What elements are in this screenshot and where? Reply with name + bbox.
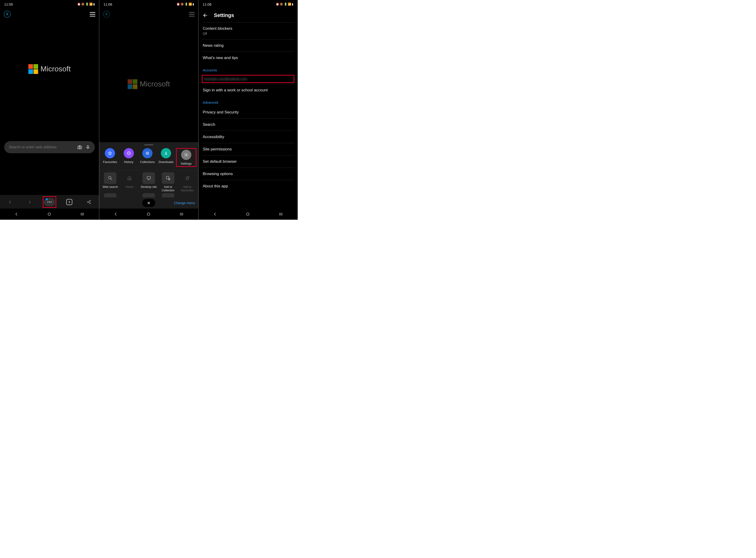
sys-recents-icon[interactable] xyxy=(179,212,184,217)
grid-peek-2 xyxy=(123,193,136,197)
row-privacy[interactable]: Privacy and Security xyxy=(202,106,294,119)
row-accessibility[interactable]: Accessibility xyxy=(202,131,294,143)
close-menu-button[interactable] xyxy=(142,199,155,207)
clock: 11:05 xyxy=(4,2,13,6)
row-browsing-options[interactable]: Browsing options xyxy=(202,168,294,180)
settings-highlight: Settings xyxy=(176,148,197,167)
microsoft-logo-icon xyxy=(28,64,38,74)
page-title: Settings xyxy=(214,12,234,18)
sys-back-icon[interactable] xyxy=(213,212,217,217)
svg-rect-18 xyxy=(246,213,249,215)
row-site-permissions[interactable]: Site permissions xyxy=(202,143,294,155)
search-bar[interactable] xyxy=(4,141,95,153)
settings-header: Settings xyxy=(199,8,297,22)
hamburger-icon[interactable] xyxy=(189,12,194,17)
system-nav xyxy=(0,208,99,220)
home-icon xyxy=(123,172,136,184)
row-work-signin[interactable]: Sign in with a work or school account xyxy=(202,84,294,96)
row-account-highlight[interactable]: example.user@outlook.com xyxy=(202,75,294,83)
desktop-icon xyxy=(142,172,155,184)
hamburger-icon[interactable] xyxy=(90,12,95,17)
mic-icon[interactable] xyxy=(85,145,90,150)
grid-add-collection[interactable]: Add to Collection xyxy=(159,172,177,193)
svg-point-1 xyxy=(79,147,80,148)
section-advanced: Advanced xyxy=(202,96,294,106)
share-button[interactable] xyxy=(83,197,95,207)
status-icons: ⏰ 🔕 🔋 📶 ▮ xyxy=(276,3,293,6)
sheet-drag-handle[interactable] xyxy=(144,144,153,145)
add-collection-icon xyxy=(162,172,174,184)
sys-recents-icon[interactable] xyxy=(80,212,85,217)
sys-back-icon[interactable] xyxy=(113,212,118,217)
status-icons: ⏰ 🔕 🔋 📶 ▮ xyxy=(77,3,95,6)
microsoft-wordmark: Microsoft xyxy=(41,65,71,73)
status-icons: ⏰ 🔕 🔋 📶 ▮ xyxy=(177,3,194,6)
sys-home-icon[interactable] xyxy=(146,212,151,217)
svg-point-13 xyxy=(109,176,111,179)
sys-home-icon[interactable] xyxy=(245,212,250,217)
quick-favourites[interactable]: Favourites xyxy=(101,148,119,167)
grid-peek-3 xyxy=(142,193,155,197)
change-menu-link[interactable]: Change menu xyxy=(174,201,195,205)
browser-topbar xyxy=(0,8,99,20)
grid-desktop-site[interactable]: Desktop site xyxy=(140,172,158,193)
system-nav xyxy=(99,208,198,220)
row-news-rating[interactable]: News rating xyxy=(202,40,294,52)
back-button[interactable] xyxy=(4,197,16,207)
svg-point-4 xyxy=(49,202,50,203)
svg-point-12 xyxy=(185,154,187,155)
row-about[interactable]: About this app xyxy=(202,180,294,192)
svg-rect-2 xyxy=(87,146,88,148)
grid-peek-1 xyxy=(104,193,116,197)
system-nav xyxy=(199,208,297,220)
section-accounts: Accounts xyxy=(202,64,294,74)
star-icon xyxy=(105,148,115,158)
svg-rect-0 xyxy=(78,146,82,149)
clock: 11:06 xyxy=(103,2,112,6)
search-input[interactable] xyxy=(9,145,74,149)
row-content-blockers[interactable]: Content blockers Off xyxy=(202,23,294,40)
quick-history[interactable]: History xyxy=(120,148,138,167)
row-search[interactable]: Search xyxy=(202,119,294,131)
svg-rect-17 xyxy=(148,213,150,215)
inprivate-icon[interactable] xyxy=(4,11,11,18)
svg-point-5 xyxy=(51,202,52,203)
quick-collections[interactable]: Collections xyxy=(138,148,156,167)
search-icon xyxy=(104,172,116,184)
status-bar: 11:05 ⏰ 🔕 🔋 📶 ▮ xyxy=(0,0,99,8)
grid-home[interactable]: Home xyxy=(121,172,139,193)
quick-settings[interactable]: Settings xyxy=(177,150,195,165)
svg-point-3 xyxy=(47,202,48,203)
browser-topbar xyxy=(99,8,198,20)
microsoft-wordmark: Microsoft xyxy=(140,80,170,88)
sys-back-icon[interactable] xyxy=(14,212,19,217)
settings-list[interactable]: Content blockers Off News rating What's … xyxy=(199,22,297,208)
microsoft-logo-icon xyxy=(128,79,137,89)
camera-icon[interactable] xyxy=(77,145,82,150)
pane-1-edge-home: 11:05 ⏰ 🔕 🔋 📶 ▮ Microsoft xyxy=(0,0,99,220)
status-bar: 11:06 ⏰ 🔕 🔋 📶 ▮ xyxy=(199,0,297,8)
quick-downloads[interactable]: Downloads xyxy=(157,148,175,167)
forward-button[interactable] xyxy=(24,197,35,207)
grid-peek-5 xyxy=(181,193,194,197)
more-menu-button[interactable] xyxy=(44,197,55,207)
tabs-button[interactable]: 1 xyxy=(64,197,75,207)
grid-add-favourite[interactable]: Add to favourites xyxy=(178,172,197,193)
grid-peek-4 xyxy=(162,193,174,197)
status-bar: 11:06 ⏰ 🔕 🔋 📶 ▮ xyxy=(99,0,198,8)
history-icon xyxy=(124,148,134,158)
svg-rect-14 xyxy=(147,177,151,179)
inprivate-icon[interactable] xyxy=(103,11,110,18)
row-whats-new[interactable]: What's new and tips xyxy=(202,52,294,64)
collections-icon xyxy=(142,148,153,158)
sys-home-icon[interactable] xyxy=(47,212,52,217)
sys-recents-icon[interactable] xyxy=(278,212,283,217)
browser-bottom-nav: 1 xyxy=(0,195,99,208)
svg-rect-9 xyxy=(48,213,50,215)
menu-sheet: Favourites History Collections Downloads xyxy=(99,142,198,208)
back-arrow-icon[interactable] xyxy=(203,12,208,18)
grid-web-search[interactable]: Web search xyxy=(101,172,120,193)
account-email: example.user@outlook.com xyxy=(204,77,292,81)
pane-2-menu-open: 11:06 ⏰ 🔕 🔋 📶 ▮ Microsoft Favourite xyxy=(99,0,198,220)
row-default-browser[interactable]: Set default browser xyxy=(202,155,294,168)
